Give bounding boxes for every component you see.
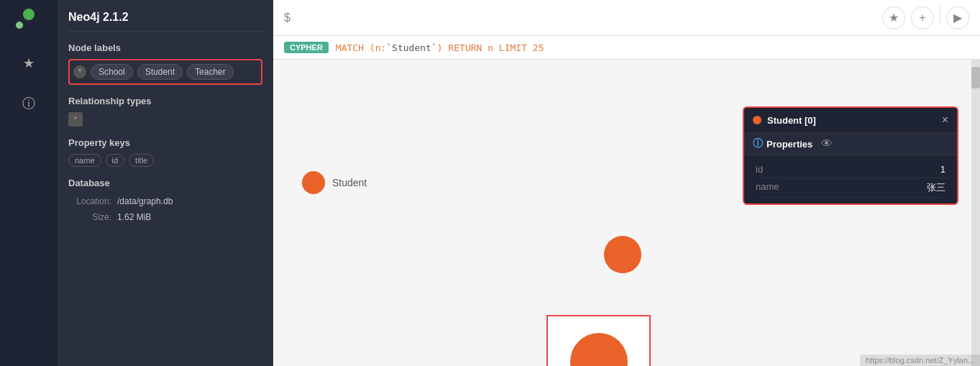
play-action-button[interactable]: ▶ bbox=[946, 6, 969, 29]
star-action-button[interactable]: ★ bbox=[882, 6, 905, 29]
property-keys-section: Property keys name id title bbox=[68, 137, 262, 167]
star-icon: ★ bbox=[889, 11, 899, 24]
info-panel: Student [0] × ⓘ Properties 👁 id 1 name 张… bbox=[743, 106, 958, 205]
scroll-track[interactable] bbox=[971, 60, 980, 366]
node-labels-section: Node labels * School Student Teacher bbox=[68, 42, 262, 85]
url-bar: https://blog.csdn.net/Z_Yylan... bbox=[860, 354, 980, 366]
db-location-label: Location: bbox=[68, 194, 111, 210]
play-icon: ▶ bbox=[953, 11, 962, 24]
query-return: ) RETURN n LIMIT 25 bbox=[437, 42, 544, 53]
query-label: `Student` bbox=[386, 42, 436, 53]
sidebar: Neo4j 2.1.2 Node labels * School Student… bbox=[58, 0, 273, 366]
graph-canvas[interactable]: Student Student [0] × ⓘ Properties � bbox=[273, 60, 980, 366]
student-dot-small[interactable] bbox=[302, 171, 325, 194]
db-location-value: /data/graph.db bbox=[117, 194, 173, 210]
top-bar: $ ★ + ▶ bbox=[273, 0, 980, 36]
cypher-badge: CYPHER bbox=[284, 42, 329, 53]
asterisk-text: * bbox=[78, 67, 82, 77]
prop-val-id: 1 bbox=[940, 164, 945, 175]
query-text: MATCH (n:`Student`) RETURN n LIMIT 25 bbox=[336, 42, 544, 53]
prop-name[interactable]: name bbox=[68, 154, 101, 167]
panel-title: Student [0] bbox=[767, 115, 816, 126]
info-tab-icon: ⓘ bbox=[753, 137, 763, 150]
property-keys-title: Property keys bbox=[68, 137, 262, 148]
info-panel-tabs: ⓘ Properties 👁 bbox=[744, 133, 957, 155]
query-bar: CYPHER MATCH (n:`Student`) RETURN n LIMI… bbox=[273, 36, 980, 60]
student-label-node: Student bbox=[302, 171, 367, 194]
node-circle-large[interactable] bbox=[570, 333, 628, 366]
nav-star-button[interactable]: ★ bbox=[16, 50, 42, 76]
prop-id[interactable]: id bbox=[106, 154, 125, 167]
relationship-types-title: Relationship types bbox=[68, 96, 262, 106]
nav-sidebar: ★ ⓘ bbox=[0, 0, 58, 366]
url-text: https://blog.csdn.net/Z_Yylan... bbox=[866, 356, 974, 365]
info-panel-body: id 1 name 张三 bbox=[744, 155, 957, 203]
label-teacher[interactable]: Teacher bbox=[187, 64, 234, 80]
prop-key-id: id bbox=[756, 164, 763, 175]
app-title: Neo4j 2.1.2 bbox=[68, 11, 262, 32]
student-node-label: Student bbox=[332, 177, 367, 188]
tab-properties[interactable]: ⓘ Properties bbox=[753, 137, 812, 150]
node-circle-medium[interactable] bbox=[604, 236, 641, 273]
label-school[interactable]: School bbox=[91, 64, 133, 80]
app-logo bbox=[14, 7, 43, 36]
prop-val-name: 张三 bbox=[927, 181, 945, 194]
main-area: $ ★ + ▶ CYPHER MATCH (n:`Student`) RETUR… bbox=[273, 0, 980, 366]
panel-title-row: Student [0] bbox=[753, 115, 816, 126]
plus-icon: + bbox=[919, 12, 925, 24]
prop-row-name: name 张三 bbox=[756, 178, 945, 198]
nav-info-button[interactable]: ⓘ bbox=[16, 91, 42, 116]
db-info: Location: /data/graph.db Size: 1.62 MiB bbox=[68, 194, 262, 225]
label-student[interactable]: Student bbox=[137, 64, 183, 80]
properties-label: Properties bbox=[766, 139, 812, 150]
relationship-all-badge[interactable]: * bbox=[68, 112, 83, 127]
logo-circle-small bbox=[16, 22, 23, 29]
database-title: Database bbox=[68, 178, 262, 188]
query-match: MATCH (n: bbox=[336, 42, 386, 53]
logo-circle-large bbox=[23, 9, 35, 20]
relationship-types-section: Relationship types * bbox=[68, 96, 262, 127]
selected-node-box[interactable] bbox=[546, 315, 651, 366]
panel-dot bbox=[753, 116, 761, 124]
panel-close-button[interactable]: × bbox=[942, 114, 948, 127]
scroll-thumb[interactable] bbox=[971, 67, 980, 88]
plus-action-button[interactable]: + bbox=[911, 6, 934, 29]
property-keys-row: name id title bbox=[68, 154, 262, 167]
info-panel-header: Student [0] × bbox=[744, 108, 957, 133]
eye-icon[interactable]: 👁 bbox=[821, 137, 833, 150]
db-size-value: 1.62 MiB bbox=[117, 210, 151, 226]
top-bar-actions: ★ + ▶ bbox=[882, 6, 969, 29]
database-section: Database Location: /data/graph.db Size: … bbox=[68, 178, 262, 225]
toolbar-divider bbox=[940, 6, 940, 24]
node-labels-title: Node labels bbox=[68, 42, 262, 53]
prop-title[interactable]: title bbox=[129, 154, 154, 167]
dollar-sign: $ bbox=[284, 12, 290, 24]
prop-row-id: id 1 bbox=[756, 161, 945, 178]
all-labels-badge[interactable]: * bbox=[73, 65, 86, 78]
node-labels-row: * School Student Teacher bbox=[68, 59, 262, 85]
prop-key-name: name bbox=[756, 181, 779, 194]
db-size-label: Size: bbox=[68, 210, 111, 226]
rel-asterisk: * bbox=[74, 115, 77, 124]
